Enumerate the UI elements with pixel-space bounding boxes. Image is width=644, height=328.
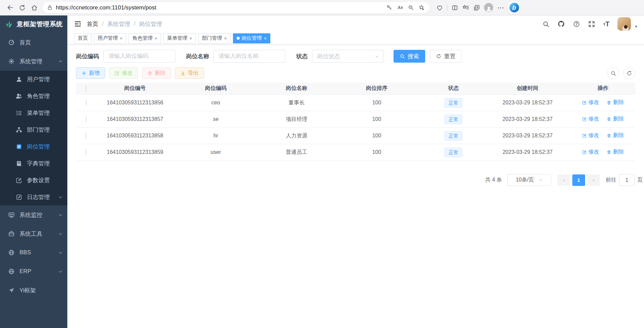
log-edit-icon <box>15 194 23 200</box>
search-icon <box>400 54 405 59</box>
chevron-down-icon <box>58 195 63 199</box>
goto-page-input[interactable] <box>619 174 635 186</box>
avatar-caret-down-icon[interactable]: ▾ <box>635 24 637 29</box>
page-number-1[interactable]: 1 <box>572 174 585 186</box>
row-edit-link[interactable]: 修改 <box>582 149 599 156</box>
edit-button-label: 修改 <box>122 70 133 77</box>
row-delete-link[interactable]: 删除 <box>607 132 624 139</box>
add-button[interactable]: 新增 <box>76 67 105 79</box>
status-select[interactable]: 岗位状态 <box>312 50 383 63</box>
row-checkbox[interactable] <box>86 149 87 155</box>
github-icon[interactable] <box>557 20 565 28</box>
add-favorite-star-icon[interactable] <box>416 3 427 12</box>
browser-menu-dots-icon[interactable]: ⋯ <box>497 6 505 9</box>
sidebar-item-home[interactable]: 首页 <box>0 33 67 52</box>
user-avatar[interactable] <box>617 17 631 31</box>
prev-page-button[interactable]: ‹ <box>557 174 570 186</box>
sidebar-item-label: 岗位管理 <box>27 143 50 151</box>
tab-close-icon[interactable]: × <box>120 36 123 41</box>
address-bar[interactable]: https://ccnetcore.com:1101/system/post <box>42 2 430 13</box>
split-screen-icon[interactable] <box>451 4 458 11</box>
row-checkbox[interactable] <box>86 132 87 139</box>
select-all-checkbox[interactable] <box>86 85 87 92</box>
row-delete-link[interactable]: 删除 <box>607 149 624 156</box>
url-text[interactable]: https://ccnetcore.com:1101/system/post <box>56 4 384 11</box>
globe-icon <box>7 249 15 256</box>
row-edit-link[interactable]: 修改 <box>582 116 599 123</box>
search-button[interactable]: 搜索 <box>394 50 425 63</box>
reset-button[interactable]: 重置 <box>430 50 462 63</box>
sidebar-item-dictionary-management[interactable]: 字典管理 <box>0 155 67 172</box>
status-badge: 正常 <box>444 98 463 108</box>
sidebar-item-label: Yi框架 <box>20 287 36 294</box>
tab-home[interactable]: 首页 <box>74 33 92 43</box>
browser-essentials-icon[interactable] <box>436 4 443 11</box>
breadcrumb-system[interactable]: 系统管理 <box>107 20 130 28</box>
sidebar-item-log-management[interactable]: 日志管理 <box>0 189 67 205</box>
refresh-table-button[interactable] <box>623 67 635 79</box>
sidebar-item-role-management[interactable]: 角色管理 <box>0 88 67 104</box>
password-key-icon[interactable] <box>384 3 395 12</box>
tab-role-management[interactable]: 角色管理 × <box>129 33 161 43</box>
show-search-toggle-button[interactable] <box>607 67 619 79</box>
next-page-button[interactable]: › <box>587 174 600 186</box>
post-name-label: 岗位名称 <box>186 53 209 60</box>
sidebar-item-yi-framework[interactable]: Yi框架 <box>0 281 67 300</box>
row-delete-link[interactable]: 删除 <box>607 99 624 106</box>
post-code-input[interactable] <box>103 50 175 63</box>
row-edit-link[interactable]: 修改 <box>582 132 599 139</box>
collections-icon[interactable] <box>473 4 480 11</box>
sidebar-item-menu-management[interactable]: 菜单管理 <box>0 104 67 121</box>
row-edit-link[interactable]: 修改 <box>582 99 599 106</box>
post-name-input[interactable] <box>213 50 285 63</box>
tab-user-management[interactable]: 用户管理 × <box>94 33 126 43</box>
browser-profile-avatar[interactable] <box>484 3 493 12</box>
sidebar-item-system-monitor[interactable]: 系统监控 <box>0 205 67 224</box>
sidebar-item-bbs[interactable]: BBS <box>0 243 67 262</box>
page-size-select[interactable]: 10条/页 <box>507 174 551 186</box>
row-checkbox[interactable] <box>86 116 87 122</box>
font-size-icon[interactable]: тT <box>603 20 610 28</box>
browser-refresh-button[interactable] <box>16 2 28 13</box>
status-select-placeholder: 岗位状态 <box>317 53 340 60</box>
breadcrumb-home[interactable]: 首页 <box>87 20 98 28</box>
breadcrumb-current: 岗位管理 <box>139 20 162 28</box>
tab-post-management[interactable]: 岗位管理 × <box>233 33 270 43</box>
tab-close-icon[interactable]: × <box>264 36 267 41</box>
sidebar-fold-icon[interactable] <box>74 20 81 28</box>
tab-close-icon[interactable]: × <box>224 36 227 41</box>
page-size-value: 10条/页 <box>516 176 534 184</box>
sidebar-item-user-management[interactable]: 用户管理 <box>0 71 67 88</box>
delete-button[interactable]: 删除 <box>142 67 171 79</box>
header-search-icon[interactable] <box>542 21 549 28</box>
fullscreen-icon[interactable] <box>588 21 595 28</box>
tab-department-management[interactable]: 部门管理 × <box>198 33 231 43</box>
read-aloud-icon[interactable] <box>395 3 405 12</box>
tab-menu-management[interactable]: 菜单管理 × <box>163 33 196 43</box>
row-delete-link[interactable]: 删除 <box>607 116 624 123</box>
export-button[interactable]: 导出 <box>175 67 204 79</box>
edit-icon <box>582 150 587 155</box>
sidebar-item-department-management[interactable]: 部门管理 <box>0 121 67 138</box>
favorites-icon[interactable] <box>462 4 469 11</box>
sidebar-item-post-management[interactable]: 岗位管理 <box>0 138 67 155</box>
sidebar-item-system-management[interactable]: 系统管理 <box>0 52 67 71</box>
zoom-out-icon[interactable] <box>405 3 416 12</box>
tab-label: 部门管理 <box>202 35 222 41</box>
tab-label: 首页 <box>78 35 88 41</box>
bing-sidebar-button[interactable]: b <box>508 2 520 14</box>
browser-home-button[interactable] <box>28 2 40 13</box>
cell-post-name: 人力资源 <box>258 132 335 139</box>
help-icon[interactable] <box>573 21 580 28</box>
row-checkbox[interactable] <box>86 99 87 106</box>
edit-button[interactable]: 修改 <box>109 67 138 79</box>
sidebar-item-system-tools[interactable]: 系统工具 <box>0 224 67 243</box>
tab-close-icon[interactable]: × <box>155 36 157 41</box>
tab-close-icon[interactable]: × <box>189 36 192 41</box>
breadcrumb-separator: / <box>134 21 136 27</box>
sidebar-item-erp[interactable]: ERP <box>0 262 67 281</box>
sidebar-item-parameter-settings[interactable]: 参数设置 <box>0 172 67 189</box>
browser-back-button[interactable] <box>4 2 16 13</box>
row-delete-label: 删除 <box>613 149 624 156</box>
table-header-row: 岗位编号 岗位编码 岗位名称 岗位排序 状态 创建时间 操作 <box>76 83 635 95</box>
